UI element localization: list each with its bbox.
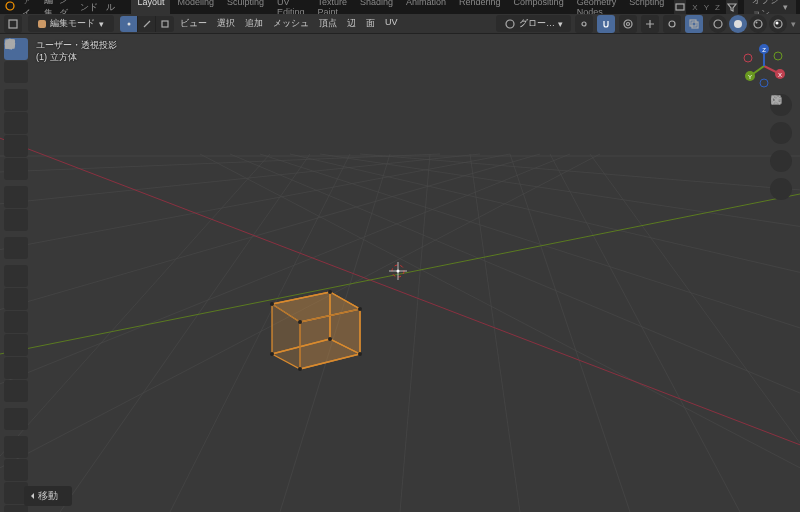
shading-solid[interactable] [729, 15, 747, 33]
overlay-toggle[interactable] [663, 15, 681, 33]
svg-line-34 [0, 154, 570, 404]
svg-point-14 [754, 20, 762, 28]
svg-line-32 [360, 154, 800, 194]
xray-toggle[interactable] [685, 15, 703, 33]
tool-annotate[interactable] [4, 186, 28, 208]
svg-point-80 [774, 52, 782, 60]
menu-mesh[interactable]: メッシュ [273, 17, 309, 30]
tool-shear[interactable] [4, 505, 28, 512]
viewport-3d[interactable]: ユーザー・透視投影 (1) 立方体 [0, 34, 800, 512]
svg-rect-1 [676, 4, 684, 10]
tool-knife[interactable] [4, 357, 28, 379]
svg-point-12 [714, 20, 722, 28]
menu-select[interactable]: 選択 [217, 17, 235, 30]
axis-toggle-x[interactable]: X [692, 3, 697, 12]
axis-toggle-y[interactable]: Y [704, 3, 709, 12]
menu-vertex[interactable]: 頂点 [319, 17, 337, 30]
tool-move[interactable] [4, 89, 28, 111]
svg-line-18 [0, 154, 270, 512]
svg-line-25 [550, 154, 740, 512]
svg-line-40 [0, 119, 800, 464]
menu-add[interactable]: 追加 [245, 17, 263, 30]
select-mode-edge[interactable] [138, 16, 156, 32]
toolbar [4, 38, 28, 512]
svg-point-58 [270, 352, 274, 356]
svg-point-8 [627, 22, 630, 25]
mode-select[interactable]: 編集モード ▾ [28, 15, 114, 32]
snap-toggle[interactable] [597, 15, 615, 33]
svg-point-5 [506, 20, 514, 28]
edit-mode-icon [38, 20, 46, 28]
tool-loop-cut[interactable] [4, 334, 28, 356]
pivot-dropdown[interactable] [575, 15, 593, 33]
tool-poly-build[interactable] [4, 380, 28, 402]
tool-smooth[interactable] [4, 436, 28, 458]
navigation-gizmo[interactable]: X Y Z [742, 44, 786, 88]
tool-measure[interactable] [4, 209, 28, 231]
svg-point-54 [270, 302, 274, 306]
svg-line-22 [400, 154, 430, 512]
orientation-dropdown[interactable]: グロー… ▾ [496, 15, 571, 32]
tool-edge-slide[interactable] [4, 459, 28, 481]
svg-line-28 [230, 154, 800, 414]
svg-line-36 [0, 154, 510, 259]
svg-line-26 [590, 154, 800, 512]
last-operator-panel[interactable]: 移動 [24, 486, 72, 506]
svg-rect-11 [692, 22, 698, 28]
pan-button[interactable] [770, 122, 792, 144]
viewport-nav-buttons [770, 94, 792, 200]
svg-point-79 [744, 54, 752, 62]
svg-line-41 [0, 184, 800, 364]
cursor-3d [389, 262, 407, 280]
tool-transform[interactable] [4, 158, 28, 180]
svg-text:X: X [778, 72, 782, 78]
svg-text:Z: Z [762, 47, 766, 53]
svg-point-7 [624, 20, 632, 28]
shading-wireframe[interactable] [709, 15, 727, 33]
select-mode-vertex[interactable] [120, 16, 138, 32]
svg-point-81 [760, 79, 768, 87]
svg-line-24 [510, 154, 630, 512]
tool-inset[interactable] [4, 288, 28, 310]
svg-line-35 [0, 154, 540, 324]
svg-line-23 [470, 154, 520, 512]
tool-cursor[interactable] [4, 61, 28, 83]
select-mode-face[interactable] [156, 16, 174, 32]
tool-rotate[interactable] [4, 112, 28, 134]
perspective-toggle[interactable] [770, 178, 792, 200]
svg-rect-10 [690, 20, 696, 26]
svg-point-55 [328, 290, 332, 294]
main-menubar: ファイル 編集 レンダー ウィンドウ ヘルプ Layout Modeling S… [0, 0, 800, 14]
menu-uv[interactable]: UV [385, 17, 398, 30]
tool-extrude[interactable] [4, 265, 28, 287]
menu-edge[interactable]: 辺 [347, 17, 356, 30]
svg-point-0 [6, 2, 14, 10]
proportional-edit[interactable] [619, 15, 637, 33]
svg-rect-2 [9, 20, 17, 28]
camera-view-button[interactable] [770, 150, 792, 172]
viewport-grid [0, 34, 800, 512]
shading-material[interactable] [749, 15, 767, 33]
editor-type-icon[interactable] [4, 15, 22, 33]
axis-toggle-z[interactable]: Z [715, 3, 720, 12]
tool-add-cube[interactable] [4, 237, 28, 259]
svg-point-17 [776, 21, 779, 24]
gizmo-toggle[interactable] [641, 15, 659, 33]
shading-rendered[interactable] [769, 15, 787, 33]
svg-point-9 [669, 21, 675, 27]
menu-view[interactable]: ビュー [180, 17, 207, 30]
svg-point-61 [298, 367, 302, 371]
tool-scale[interactable] [4, 135, 28, 157]
tool-bevel[interactable] [4, 311, 28, 333]
svg-point-45 [397, 270, 400, 273]
viewport-overlay-text: ユーザー・透視投影 (1) 立方体 [36, 40, 117, 63]
svg-point-57 [298, 320, 302, 324]
svg-point-6 [582, 22, 586, 26]
mesh-select-mode [120, 16, 174, 32]
menu-face[interactable]: 面 [366, 17, 375, 30]
svg-text:Y: Y [748, 74, 752, 80]
viewport-header: 編集モード ▾ ビュー 選択 追加 メッシュ 頂点 辺 面 UV グロー… ▾ [0, 14, 800, 34]
tool-spin[interactable] [4, 408, 28, 430]
shading-modes [707, 15, 787, 33]
svg-point-60 [358, 352, 362, 356]
